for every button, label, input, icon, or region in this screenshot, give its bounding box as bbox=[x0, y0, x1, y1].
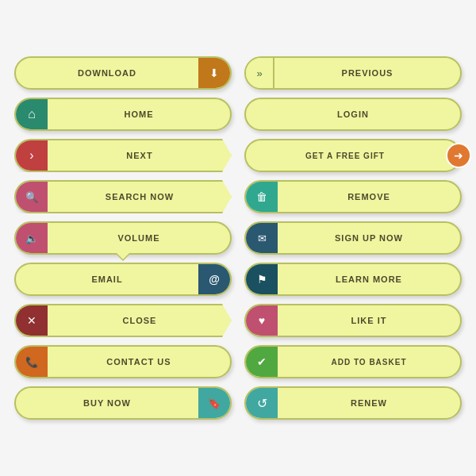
like-icon: ♥ bbox=[246, 305, 278, 336]
renew-button[interactable]: ↺ RENEW bbox=[244, 386, 462, 420]
learn-more-icon: ⚑ bbox=[246, 264, 278, 294]
add-to-basket-label: ADD TO BASKET bbox=[278, 358, 460, 367]
download-icon: ⬇ bbox=[198, 58, 230, 88]
remove-button[interactable]: 🗑 REMOVE bbox=[244, 180, 462, 213]
close-label: CLOSE bbox=[48, 316, 232, 325]
search-icon: 🔍 bbox=[16, 182, 48, 212]
buy-now-label: BUY NOW bbox=[16, 398, 198, 408]
like-it-button[interactable]: ♥ LIKE IT bbox=[244, 304, 462, 337]
contact-us-label: CONTACT US bbox=[48, 357, 230, 367]
contact-icon: 📞 bbox=[16, 347, 48, 377]
home-button[interactable]: ⌂ HOME bbox=[14, 98, 232, 131]
renew-icon: ↺ bbox=[246, 388, 278, 418]
login-label: LOGIN bbox=[246, 109, 460, 119]
next-label: NEXT bbox=[48, 151, 232, 160]
like-it-label: LIKE IT bbox=[278, 316, 460, 325]
login-button[interactable]: LOGIN bbox=[244, 98, 462, 131]
previous-chevron-icon: » bbox=[246, 58, 274, 88]
home-label: HOME bbox=[48, 109, 230, 119]
sign-up-label: SIGN UP NOW bbox=[278, 233, 460, 243]
volume-label: VOLUME bbox=[48, 233, 230, 243]
sign-up-button[interactable]: ✉ SIGN UP NOW bbox=[244, 221, 462, 255]
remove-label: REMOVE bbox=[278, 192, 460, 202]
next-icon: › bbox=[16, 140, 48, 171]
buy-now-button[interactable]: BUY NOW 🔖 bbox=[14, 386, 232, 420]
email-button[interactable]: EMAIL @ bbox=[14, 263, 232, 296]
free-gift-label: GET A FREE GIFT bbox=[246, 152, 444, 160]
free-gift-button[interactable]: GET A FREE GIFT ➜ bbox=[244, 139, 462, 172]
previous-button[interactable]: » PREVIOUS bbox=[244, 56, 462, 90]
search-now-label: SEARCH NOW bbox=[48, 192, 232, 202]
volume-button[interactable]: 🔈 VOLUME bbox=[14, 221, 232, 255]
free-gift-icon: ➜ bbox=[446, 143, 471, 168]
close-icon: ✕ bbox=[16, 305, 48, 336]
learn-more-label: LEARN MORE bbox=[278, 274, 460, 284]
button-grid: DOWNLOAD ⬇ » PREVIOUS ⌂ HOME LOGIN › NEX… bbox=[0, 42, 476, 434]
remove-icon: 🗑 bbox=[246, 182, 278, 212]
learn-more-button[interactable]: ⚑ LEARN MORE bbox=[244, 263, 462, 296]
buy-now-icon: 🔖 bbox=[198, 388, 230, 418]
previous-label: PREVIOUS bbox=[274, 68, 460, 78]
close-button[interactable]: ✕ CLOSE bbox=[14, 304, 232, 337]
add-to-basket-button[interactable]: ✔ ADD TO BASKET bbox=[244, 345, 462, 378]
email-label: EMAIL bbox=[16, 274, 198, 284]
renew-label: RENEW bbox=[278, 398, 460, 408]
download-button[interactable]: DOWNLOAD ⬇ bbox=[14, 56, 232, 90]
contact-us-button[interactable]: 📞 CONTACT US bbox=[14, 345, 232, 378]
email-icon: @ bbox=[198, 264, 230, 294]
volume-icon: 🔈 bbox=[16, 223, 48, 253]
basket-icon: ✔ bbox=[246, 347, 278, 377]
sign-up-icon: ✉ bbox=[246, 223, 278, 253]
search-now-button[interactable]: 🔍 SEARCH NOW bbox=[14, 180, 232, 213]
next-button[interactable]: › NEXT bbox=[14, 139, 232, 172]
home-icon: ⌂ bbox=[16, 99, 48, 129]
download-label: DOWNLOAD bbox=[16, 68, 198, 78]
